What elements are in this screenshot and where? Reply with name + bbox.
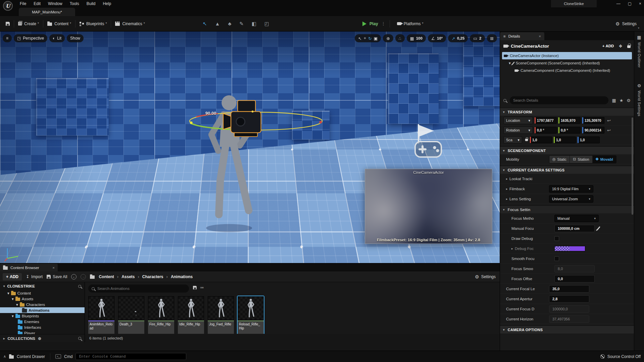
foliage-mode-button[interactable]: ♣ <box>228 21 231 27</box>
edit-blueprint-icon[interactable]: ❖ <box>618 44 623 49</box>
tab-world-outliner[interactable]: ▦ World Outliner <box>634 32 644 71</box>
section-transform[interactable]: ▾TRANSFORM <box>500 108 634 116</box>
section-scenecomponent[interactable]: ▾SCENECOMPONENT <box>500 146 634 154</box>
menu-file[interactable]: File <box>16 0 30 7</box>
component-row-0[interactable]: CineCameraActor (Instance) <box>502 52 632 59</box>
folder-animations[interactable]: Animations <box>0 307 85 313</box>
axis-value-y[interactable]: 1635,970 <box>558 117 581 124</box>
collections-row[interactable]: ▸ COLLECTIONS ⊕ <box>0 334 85 342</box>
create-button[interactable]: Create▾ <box>15 19 42 28</box>
lock-details-icon[interactable] <box>627 45 631 48</box>
collections-search-icon[interactable] <box>78 337 81 340</box>
content-browser-close-icon[interactable]: × <box>52 266 55 270</box>
restore-button[interactable]: ▢ <box>628 2 632 6</box>
property-input[interactable]: 100000,0 <box>549 305 589 313</box>
perspective-selector[interactable]: ◳Perspective <box>14 34 47 42</box>
property-input[interactable]: 35,0 <box>549 285 589 293</box>
rotation-snap-toggle[interactable]: ∠10° <box>428 34 446 42</box>
show-flags-button[interactable]: Show <box>67 34 84 42</box>
viewport-menu-button[interactable]: ≡ <box>3 34 12 42</box>
details-tab-close-icon[interactable]: × <box>539 34 541 38</box>
cinematics-button[interactable]: Cinematics▾ <box>112 19 148 28</box>
settings-button[interactable]: Settings <box>622 21 637 26</box>
content-button[interactable]: Content▾ <box>44 19 74 28</box>
axis-value-x[interactable]: 0,0 ° <box>535 127 557 134</box>
folder-assets[interactable]: ▾Assets <box>0 296 85 302</box>
mobility-movabl-button[interactable]: ✥Movabl <box>593 156 616 163</box>
axis-value-x[interactable]: 1797,5877 <box>535 117 557 124</box>
transform-sca-dropdown[interactable]: Sca▾ <box>503 136 522 144</box>
scale-snap-toggle[interactable]: ↗0,25 <box>448 34 468 42</box>
component-row-1[interactable]: ▾SceneComponent (SceneComponent) (Inheri… <box>502 59 632 67</box>
scale-tool[interactable]: ▣ <box>374 36 378 41</box>
asset-tile-death_3[interactable]: Death_3 <box>118 296 144 337</box>
lit-mode-selector[interactable]: ◐Lit <box>49 34 65 42</box>
select-tool[interactable]: ↖ <box>358 36 361 41</box>
asset-tile-jog_fwd_rifle[interactable]: Jog_Fwd_Rifle <box>208 296 234 337</box>
menu-edit[interactable]: Edit <box>30 0 44 7</box>
property-checkbox[interactable] <box>554 256 559 261</box>
add-asset-button[interactable]: +ADD <box>3 273 22 280</box>
property-input[interactable]: 8,0 <box>554 265 595 272</box>
breadcrumb-assets[interactable]: Assets <box>121 274 135 279</box>
property-dropdown[interactable]: Manual▾ <box>554 215 599 222</box>
property-input[interactable]: 37,497356 <box>549 315 589 323</box>
folder-content[interactable]: ▾Content <box>0 290 85 296</box>
save-search-icon[interactable] <box>193 286 197 290</box>
folder-blueprints[interactable]: ▾Blueprints <box>0 313 85 319</box>
content-browser-tab[interactable]: Content Browser × <box>0 264 58 271</box>
axis-value-z[interactable]: 90,000214 <box>582 127 604 134</box>
section-current-camera-settings[interactable]: ▾CURRENT CAMERA SETTINGS <box>500 166 634 174</box>
cine-camera-gizmo[interactable] <box>216 97 272 144</box>
transform-location-dropdown[interactable]: Location▾ <box>503 117 533 124</box>
axis-value-z[interactable]: 135,30970 <box>582 117 604 124</box>
axis-value-y[interactable]: 0,0 ° <box>558 127 581 134</box>
save-all-button[interactable]: Save All <box>47 274 67 279</box>
folder-interfaces[interactable]: Interfaces <box>0 324 85 330</box>
details-settings-gear-icon[interactable]: ⚙ <box>627 98 631 103</box>
sources-root-row[interactable]: ▾ CLONESTRIKE <box>0 282 85 290</box>
property-input[interactable]: 100000,0 cm <box>554 225 595 232</box>
folder-enemies[interactable]: Enemies <box>0 319 85 324</box>
play-icon[interactable] <box>362 21 366 26</box>
level-viewport[interactable]: 90.00 ≡ ◳Perspective ◐Lit Show ↖+↻▣⊕∴▦10… <box>0 32 500 263</box>
filter-icon[interactable]: ≔ <box>200 286 204 290</box>
fracture-mode-button[interactable]: ◰ <box>264 21 269 27</box>
camera-speed-control[interactable]: ▭2 <box>470 34 485 42</box>
platforms-button[interactable]: Platforms▾ <box>394 19 427 28</box>
display-filter-grid-icon[interactable]: ▦ <box>612 98 616 103</box>
scale-lock-icon[interactable] <box>525 139 528 141</box>
cmd-label[interactable]: Cmd <box>64 354 72 359</box>
eyedropper-icon[interactable] <box>597 226 600 230</box>
asset-tile-reload_rifle_hip[interactable]: Reload_Rifle_Hip <box>238 296 264 337</box>
navigate-back-button[interactable]: ← <box>71 274 77 279</box>
mobility-station-button[interactable]: ⊡Station <box>570 156 592 163</box>
axis-value-x[interactable]: 1,0 <box>530 137 552 143</box>
property-checkbox[interactable] <box>554 236 559 241</box>
favorites-star-icon[interactable]: ★ <box>620 98 624 103</box>
import-button[interactable]: ↧Import <box>26 274 43 279</box>
world-space-toggle[interactable]: ⊕ <box>383 34 393 42</box>
transform-rotation-dropdown[interactable]: Rotation▾ <box>503 126 533 134</box>
folder-characters[interactable]: ▾Characters <box>0 302 85 307</box>
paint-mode-button[interactable]: ✎ <box>239 21 244 27</box>
menu-window[interactable]: Window <box>44 0 66 7</box>
debug-focus-color-swatch[interactable] <box>554 246 585 251</box>
menu-tools[interactable]: Tools <box>66 0 83 7</box>
blueprints-button[interactable]: Blueprints▾ <box>77 19 110 28</box>
details-tab[interactable]: ≡ Details × <box>500 32 544 40</box>
mobility-static-button[interactable]: ◎Static <box>549 156 570 163</box>
navigate-forward-button[interactable]: → <box>81 274 86 279</box>
asset-tile-idle_rifle_hip[interactable]: Idle_Rifle_Hip <box>178 296 204 337</box>
breadcrumb-characters[interactable]: Characters <box>142 274 163 279</box>
play-options-kebab-icon[interactable]: ⋮ <box>381 21 386 26</box>
grid-snap-toggle[interactable]: ▦100 <box>407 34 426 42</box>
asset-search-input[interactable]: Search Animations <box>88 285 189 293</box>
source-control-button[interactable]: Source Control Off <box>607 354 641 359</box>
collapse-drawer-icon[interactable]: ∧ <box>3 355 6 358</box>
surface-snap-toggle[interactable]: ∴ <box>395 34 405 42</box>
asset-tile-fire_rifle_hip[interactable]: Fire_Rifle_Hip <box>148 296 174 337</box>
player-start-gizmo[interactable] <box>407 121 448 162</box>
details-scrollbar[interactable] <box>632 117 633 215</box>
menu-help[interactable]: Help <box>99 0 115 7</box>
